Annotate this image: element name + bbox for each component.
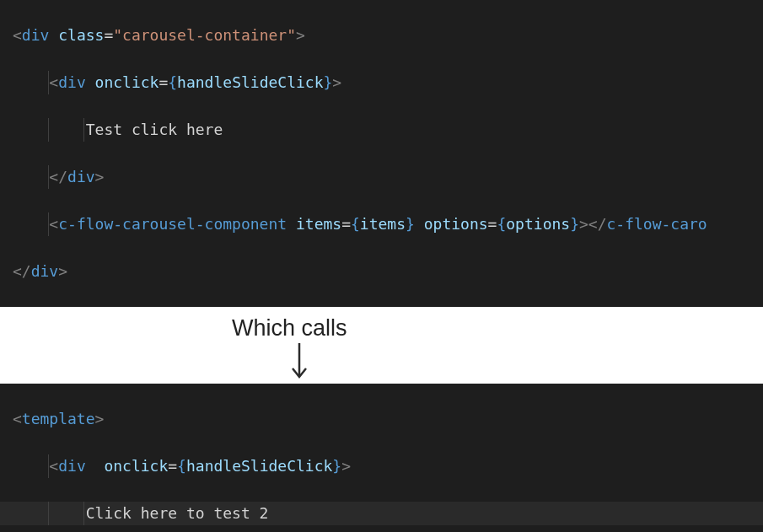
attr-name: options <box>424 215 488 233</box>
code-line: <c-flow-carousel-component items={items}… <box>0 212 763 236</box>
annotation-label: Which calls <box>0 315 763 341</box>
expr-name: options <box>506 215 570 233</box>
code-line: <div onclick={handleSlideClick}> <box>0 454 763 478</box>
tag-name: div <box>31 262 59 280</box>
code-line: Click here to test 2 <box>0 502 763 525</box>
code-line: </div> <box>0 165 763 189</box>
tag-name: div <box>67 168 95 185</box>
down-arrow-icon <box>289 341 309 382</box>
code-line: <template> <box>0 407 763 431</box>
attr-name: onclick <box>104 457 168 475</box>
attr-name: class <box>58 26 104 44</box>
code-block-1: <div class="carousel-container"> <div on… <box>0 0 763 307</box>
attr-name: onclick <box>95 73 159 91</box>
expr-name: handleSlideClick <box>177 73 323 91</box>
attr-name: items <box>296 215 341 233</box>
attr-value: "carousel-container" <box>113 26 296 44</box>
arrow-wrap <box>0 341 763 384</box>
expr-name: handleSlideClick <box>186 457 332 475</box>
code-block-2: <template> <div onclick={handleSlideClic… <box>0 384 763 532</box>
tag-name: c-flow-caro <box>607 215 707 233</box>
tag-name: c-flow-carousel-component <box>58 215 287 233</box>
code-line: <div class="carousel-container"> <box>0 24 763 47</box>
code-line: </div> <box>0 260 763 283</box>
expr-name: items <box>360 215 406 233</box>
tag-name: div <box>58 73 86 91</box>
text-content: Test click here <box>86 121 223 138</box>
tag-name: div <box>58 457 86 475</box>
text-content: Click here to test 2 <box>86 504 269 522</box>
tag-name: template <box>22 410 95 427</box>
code-line: <div onclick={handleSlideClick}> <box>0 71 763 94</box>
tag-name: div <box>22 26 50 44</box>
code-line: Test click here <box>0 118 763 142</box>
